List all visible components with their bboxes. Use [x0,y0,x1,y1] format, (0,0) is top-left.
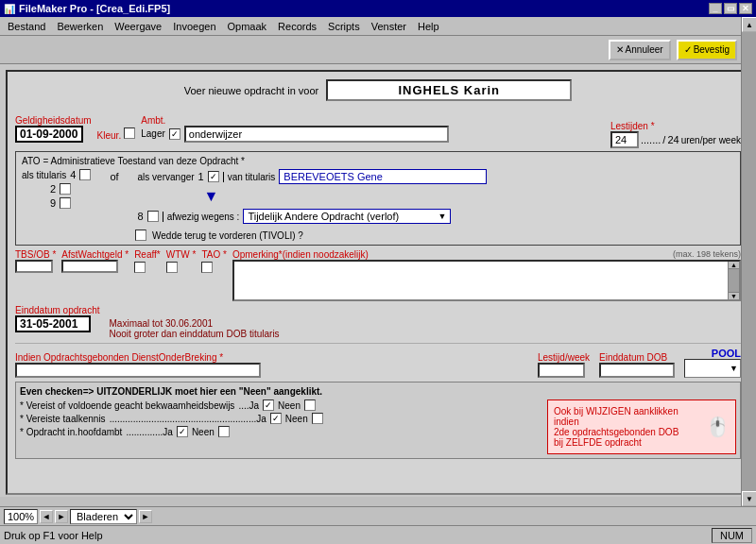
ambt-input[interactable] [184,126,449,143]
warning-text: Ook bij WIJZIGEN aanklikken indien 2de o… [554,406,700,448]
check2-neen-cb[interactable] [312,413,323,424]
kleur-checkbox[interactable] [124,128,135,139]
wtw-cb[interactable] [166,262,178,273]
nav-bar: ◄ ► Bladeren ► [0,506,756,525]
app-icon: 📊 [4,4,15,14]
vervanger-1-cb[interactable] [208,171,219,182]
tao-cb[interactable] [201,262,213,273]
title-bar: 📊 FileMaker Pro - [Crea_Edi.FP5] _ ▭ ✕ [0,0,756,17]
bladeren-select[interactable]: Bladeren [70,509,137,524]
titularis-9-cb[interactable] [60,197,71,209]
form-container: Voer nieuwe opdracht in voor INGHELS Kar… [6,70,750,495]
bevestig-icon: ✓ [684,44,692,55]
status-bar: Druk op F1 voor Help NUM [0,525,756,544]
pool-dropdown-arrow[interactable]: ▼ [730,364,738,373]
check3-neen-cb[interactable] [218,426,230,437]
afst-section: AfstWachtgeld * [61,249,129,273]
scroll-track[interactable] [742,32,756,491]
einddatum-section: Einddatum opdracht 31-05-2001 [15,305,100,332]
einddatum-dob-section: Einddatum DOB [599,352,675,378]
help-text: Druk op F1 voor Help [4,530,712,541]
menu-opmaak[interactable]: Opmaak [222,19,273,34]
warning-icon[interactable]: 🖱️ [706,416,730,438]
ambt-section: Ambt. Lager [141,115,605,143]
minimize-button[interactable]: _ [709,3,722,14]
menu-records[interactable]: Records [272,19,322,34]
toolbar: ✕ Annuleer ✓ Bevestig [0,36,756,64]
vertical-scrollbar: ▲ ▼ [741,17,756,506]
of-label: of [110,169,118,182]
titularis-name-field[interactable]: BEREVEOETS Gene [279,169,487,184]
wedde-cb[interactable] [135,230,146,241]
titularis-4-cb[interactable] [79,169,91,180]
check3-ja-cb[interactable] [177,426,188,437]
lestijden-section: Lestijden * ....... / 24 uren/per week [610,120,741,148]
menu-weergave[interactable]: Weergave [109,19,167,34]
lager-label: Lager [141,128,165,139]
even-checken-section: Even checken=> UITZONDERLIJK moet hier e… [15,382,741,459]
afst-input[interactable] [61,260,118,273]
prompt-label: Voer nieuwe opdracht in voor [184,85,318,96]
reaff-cb[interactable] [134,262,146,273]
check1-neen-cb2[interactable] [304,400,316,411]
reaff-section: Reaff* [134,249,161,275]
geldigheid-section: Geldigheidsdatum 01-09-2000 [15,115,92,143]
afwezig-field[interactable]: Tijdelijk Andere Opdracht (verlof) ▼ [243,209,451,224]
nav-prev-btn[interactable]: ◄ [40,510,53,523]
lestijd-week-section: Lestijd/week [538,352,590,378]
kleur-section: Kleur. [97,128,136,141]
down-arrow: ▼ [204,188,734,205]
annuleer-button[interactable]: ✕ Annuleer [609,40,671,60]
window-title: FileMaker Pro - [Crea_Edi.FP5] [19,3,170,14]
tbs-input[interactable] [15,260,53,273]
check1-neen-cb[interactable] [263,400,274,411]
menu-venster[interactable]: Venster [366,19,412,34]
einddatum-info: Maximaal tot 30.06.2001 Nooit groter dan… [110,318,280,339]
checks-left: * Vereist of voldoende geacht bekwaamhei… [20,400,532,454]
geldigheid-date[interactable]: 01-09-2000 [15,126,83,143]
annuleer-icon: ✕ [616,44,624,55]
menu-help[interactable]: Help [412,19,445,34]
zoom-input[interactable] [4,509,38,524]
dropdown-arrow: ▼ [438,212,446,221]
lestijd-week-input[interactable] [538,363,585,378]
opmerking-textarea[interactable]: ▲ ▼ [232,260,741,301]
einddatum-dob-input[interactable] [599,363,675,378]
num-indicator: NUM [712,528,752,543]
wtw-section: WTW * [166,249,197,275]
pool-section: POOL ▼ [684,348,741,378]
bevestig-button[interactable]: ✓ Bevestig [677,40,737,60]
menu-bewerken[interactable]: Bewerken [51,19,109,34]
menu-scripts[interactable]: Scripts [322,19,366,34]
check2-ja-cb[interactable] [270,413,282,424]
vervanger-options: als vervanger 1 van titularis BEREVEOETS… [138,169,734,224]
titularis-options: als titularis 4 2 9 [22,169,91,209]
warning-section: Ook bij WIJZIGEN aanklikken indien 2de o… [547,400,736,454]
opmerking-section: Opmerking*(indien noodzakelijk) (max. 19… [232,249,741,301]
scroll-down[interactable]: ▼ [729,292,739,299]
lager-checkbox[interactable] [169,128,180,140]
scroll-up-btn[interactable]: ▲ [742,17,756,32]
menu-invoegen[interactable]: Invoegen [167,19,221,34]
tao-section: TAO * [201,249,226,275]
scroll-down-btn[interactable]: ▼ [742,491,756,506]
name-field: INGHELS Karin [326,79,572,101]
indien-section: Indien Opdrachtsgebonden DienstOnderBrek… [15,352,528,378]
restore-button[interactable]: ▭ [724,3,737,14]
vervanger-8-cb[interactable] [147,211,159,222]
menu-bar: Bestand Bewerken Weergave Invoegen Opmaa… [0,17,756,36]
header-section: Voer nieuwe opdracht in voor INGHELS Kar… [15,79,741,101]
menu-bestand[interactable]: Bestand [2,19,51,34]
ato-section: ATO = Administratieve Toestand van deze … [15,151,741,246]
titularis-2-cb[interactable] [60,183,71,195]
nav-next-btn[interactable]: ► [55,510,68,523]
lestijden-input[interactable] [610,131,639,148]
indien-input[interactable] [15,363,261,378]
scroll-up[interactable]: ▲ [729,262,739,269]
bladeren-arrow[interactable]: ► [139,510,152,523]
einddatum-input[interactable]: 31-05-2001 [15,315,91,332]
tbs-section: TBS/OB * [15,249,56,273]
close-button[interactable]: ✕ [739,3,752,14]
